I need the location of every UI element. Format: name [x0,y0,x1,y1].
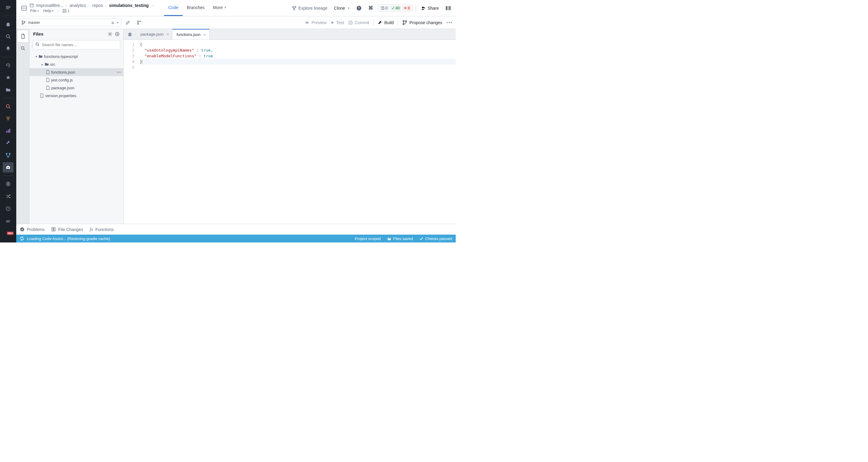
editor-area: package.json × functions.json × 1 2 3 4 … [124,29,456,224]
help-menu[interactable]: Help▾ [43,8,54,13]
propose-changes-button[interactable]: Propose changes [402,20,442,25]
files-panel: Files ▾ functions-typescript [30,29,124,224]
tree-file[interactable]: functions.json ••• [30,68,123,76]
tree-file[interactable]: version.properties [30,92,123,99]
error-pill[interactable]: ✕ 9 [402,6,411,10]
home-icon[interactable] [3,19,13,29]
svg-rect-28 [112,22,114,24]
af-badge[interactable]: AF [3,216,13,227]
close-icon[interactable]: × [167,32,169,37]
shuffle-icon[interactable] [3,191,13,201]
search-alt-icon[interactable] [3,101,13,112]
commit-button[interactable]: Commit [348,20,369,25]
svg-rect-16 [63,11,66,12]
files-panel-title: Files [33,31,43,36]
chart-icon[interactable] [3,126,13,136]
branch-selector[interactable]: master ▾ [19,19,121,26]
status-loading-text: Loading Code Assist... (Restoring gradle… [27,236,110,241]
preview-button[interactable]: Preview [305,20,327,25]
status-scope[interactable]: Project scoped [355,236,381,241]
test-button[interactable]: Test [331,20,344,25]
svg-point-35 [21,47,24,50]
breadcrumb-part[interactable]: repos [92,3,103,8]
toolbar: master ▾ Preview Test Commit Build Propo… [16,16,456,29]
branch-graph-icon[interactable] [3,150,13,160]
tree-file[interactable]: jest.config.js [30,76,123,84]
hammer-icon[interactable] [3,138,13,148]
folder-icon[interactable] [3,84,13,95]
new-branch-icon[interactable] [134,18,144,27]
svg-point-26 [22,23,23,24]
share-button[interactable]: Share [419,4,441,12]
editor-tab[interactable]: functions.json × [173,29,210,39]
svg-point-27 [24,21,25,22]
tree-folder[interactable]: ▾ functions-typescript [30,53,123,60]
svg-point-6 [9,153,10,154]
svg-point-0 [6,35,9,38]
status-checks[interactable]: Checks passed [420,236,452,241]
help-circle-icon[interactable] [354,4,364,12]
svg-rect-3 [8,130,9,133]
search-view-icon[interactable] [18,42,28,54]
clone-button[interactable]: Clone▾ [332,4,351,12]
svg-point-9 [7,167,9,168]
menu-icon[interactable] [3,2,13,13]
breadcrumb-part[interactable]: analytics [70,3,86,8]
edit-icon[interactable] [123,18,133,27]
tab-branches[interactable]: Branches [183,0,209,16]
editor-tab[interactable]: package.json × [136,29,173,39]
more-icon[interactable]: ••• [117,70,121,75]
svg-point-38 [36,43,38,45]
status-saved[interactable]: Files saved [387,236,413,241]
file-changes-tab[interactable]: File Changes [51,227,83,232]
search-icon[interactable] [3,31,13,41]
add-icon[interactable] [115,32,120,36]
bottom-panel-tabs: Problems File Changes fx Functions [16,224,456,235]
svg-rect-24 [449,6,451,10]
workers-indicator[interactable]: 1 [62,8,70,13]
star-icon[interactable] [3,73,13,83]
breadcrumb-current: simulations_testing [109,3,149,8]
svg-point-32 [403,21,404,22]
files-view-icon[interactable] [18,30,28,42]
functions-tab[interactable]: fx Functions [90,227,114,232]
file-icon [46,78,51,82]
tab-more[interactable]: More▾ [209,0,230,16]
build-button[interactable]: Build [378,20,394,25]
svg-point-1 [6,105,9,108]
more-actions-icon[interactable]: ••• [446,20,453,25]
help-icon[interactable] [3,203,13,214]
keyboard-shortcut-icon[interactable]: ⌘ [367,4,375,12]
code-editor[interactable]: 1 2 3 4 5 { "useOntologyApiNames" : true… [124,40,456,224]
favorite-star-icon[interactable]: ☆ [151,3,155,8]
svg-rect-2 [6,131,7,133]
home-tab-icon[interactable] [124,29,136,39]
panel-toggle-icon[interactable] [444,4,453,12]
file-menu[interactable]: File▾ [30,8,39,13]
breadcrumb-root[interactable]: ImprovallBre... [36,3,63,8]
svg-point-36 [110,33,111,35]
tree-folder[interactable]: ▸ src [30,60,123,68]
svg-point-19 [293,9,295,10]
svg-point-18 [295,6,296,7]
repo-icon [30,3,34,7]
svg-point-17 [292,6,293,7]
tree-file[interactable]: package.json [30,84,123,92]
notifications-icon[interactable] [3,44,13,54]
filter-icon[interactable] [3,113,13,124]
file-search-input[interactable] [33,40,120,50]
breadcrumb: ImprovallBre... › analytics › repos › si… [30,3,155,8]
gear-icon[interactable] [107,32,113,36]
globe-icon[interactable] [3,179,13,189]
problems-tab[interactable]: Problems [20,227,44,232]
close-icon[interactable]: × [204,32,206,37]
explore-lineage-button[interactable]: Explore lineage [290,4,330,12]
side-mini-rail [16,29,30,224]
tab-code[interactable]: Code [164,0,182,16]
header: ImprovallBre... › analytics › repos › si… [16,0,456,16]
history-icon[interactable] [3,60,13,70]
camera-icon[interactable] [3,162,13,173]
sync-pill[interactable]: 0 [379,6,389,10]
success-pill[interactable]: ✓ 40 [390,6,401,10]
code-brackets-icon [19,0,30,16]
